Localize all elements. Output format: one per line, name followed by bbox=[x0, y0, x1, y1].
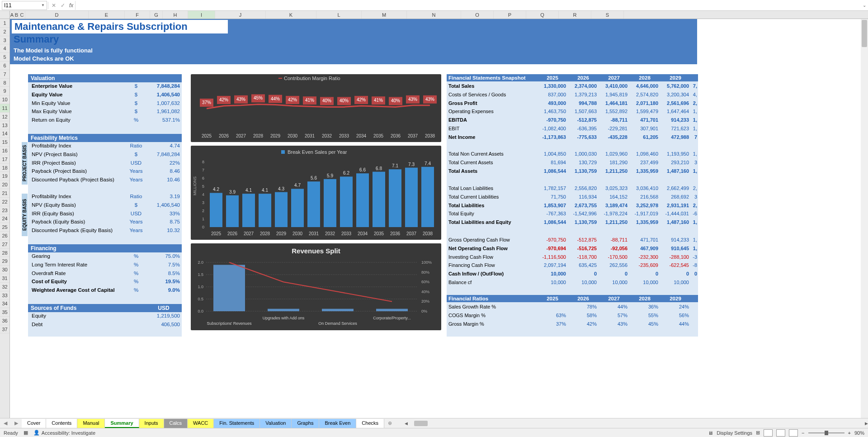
fin-value: 44% bbox=[658, 321, 689, 327]
column-header-O[interactable]: O bbox=[461, 11, 494, 19]
accessibility-icon[interactable]: 👤 bbox=[33, 430, 40, 436]
vertical-scrollbar[interactable] bbox=[861, 19, 868, 418]
column-header-C[interactable]: C bbox=[19, 11, 25, 19]
row-header-4[interactable]: 4 bbox=[0, 44, 9, 53]
row-header-24[interactable]: 24 bbox=[0, 214, 9, 223]
horizontal-scrollbar-thumb[interactable] bbox=[414, 421, 428, 426]
new-sheet-button[interactable]: ⊕ bbox=[384, 420, 396, 426]
row-header-32[interactable]: 32 bbox=[0, 283, 9, 291]
zoom-level[interactable]: 90% bbox=[854, 430, 864, 436]
zoom-in-button[interactable]: + bbox=[848, 430, 851, 436]
select-all-triangle[interactable] bbox=[0, 11, 10, 19]
name-box[interactable]: I11 ▼ bbox=[2, 1, 47, 10]
horizontal-scrollbar[interactable]: ◀ ▶ bbox=[405, 420, 868, 427]
spreadsheet-grid[interactable]: Maintenance & Repairs Subscription Summa… bbox=[10, 19, 868, 418]
row-header-25[interactable]: 25 bbox=[0, 223, 9, 232]
formula-input[interactable] bbox=[75, 1, 863, 10]
row-header-17[interactable]: 17 bbox=[0, 155, 9, 164]
row-header-14[interactable]: 14 bbox=[0, 129, 9, 138]
row-header-11[interactable]: 11 bbox=[0, 104, 9, 113]
column-header-H[interactable]: H bbox=[163, 11, 188, 19]
row-header-16[interactable]: 16 bbox=[0, 147, 9, 155]
row-header-29[interactable]: 29 bbox=[0, 257, 9, 266]
sheet-tab-cover[interactable]: Cover bbox=[22, 419, 46, 428]
row-header-1[interactable]: 1 bbox=[0, 19, 9, 28]
row-header-26[interactable]: 26 bbox=[0, 232, 9, 240]
column-header-N[interactable]: N bbox=[407, 11, 461, 19]
row-header-19[interactable]: 19 bbox=[0, 172, 9, 180]
zoom-slider[interactable] bbox=[808, 432, 844, 433]
column-header-E[interactable]: E bbox=[89, 11, 125, 19]
column-header-R[interactable]: R bbox=[559, 11, 591, 19]
display-settings-icon[interactable]: 🖥 bbox=[708, 430, 713, 436]
sheet-tab-break-even[interactable]: Break Even bbox=[319, 419, 356, 428]
tab-nav-next-icon[interactable]: ▶ bbox=[11, 420, 22, 426]
row-header-20[interactable]: 20 bbox=[0, 180, 9, 189]
page-break-view-button[interactable] bbox=[789, 429, 798, 437]
column-header-P[interactable]: P bbox=[494, 11, 526, 19]
macro-icon[interactable]: ▦ bbox=[24, 430, 28, 436]
row-value: 7,848,284 bbox=[147, 83, 180, 89]
tab-nav-prev-icon[interactable]: ◀ bbox=[0, 420, 11, 426]
page-layout-view-button[interactable] bbox=[776, 429, 785, 437]
sheet-tab-wacc[interactable]: WACC bbox=[188, 419, 214, 428]
name-box-dropdown-icon[interactable]: ▼ bbox=[41, 3, 45, 7]
column-header-K[interactable]: K bbox=[266, 11, 316, 19]
column-header-M[interactable]: M bbox=[362, 11, 407, 19]
column-header-D[interactable]: D bbox=[25, 11, 89, 19]
row-header-37[interactable]: 37 bbox=[0, 325, 9, 334]
confirm-formula-icon[interactable]: ✓ bbox=[58, 2, 67, 9]
row-header-34[interactable]: 34 bbox=[0, 299, 9, 308]
expand-formula-bar-icon[interactable]: ⌄ bbox=[863, 3, 866, 8]
row-header-35[interactable]: 35 bbox=[0, 308, 9, 317]
row-header-23[interactable]: 23 bbox=[0, 206, 9, 215]
row-header-31[interactable]: 31 bbox=[0, 274, 9, 283]
column-header-B[interactable]: B bbox=[14, 11, 19, 19]
column-header-J[interactable]: J bbox=[215, 11, 266, 19]
row-header-13[interactable]: 13 bbox=[0, 121, 9, 130]
row-header-8[interactable]: 8 bbox=[0, 79, 9, 87]
column-header-A[interactable]: A bbox=[10, 11, 14, 19]
fx-icon[interactable]: fx bbox=[69, 2, 73, 9]
row-header-22[interactable]: 22 bbox=[0, 198, 9, 206]
display-settings-label[interactable]: Display Settings bbox=[717, 430, 752, 436]
row-header-28[interactable]: 28 bbox=[0, 249, 9, 257]
column-header-F[interactable]: F bbox=[125, 11, 150, 19]
row-header-5[interactable]: 5 bbox=[0, 53, 9, 62]
row-header-27[interactable]: 27 bbox=[0, 240, 9, 249]
row-header-36[interactable]: 36 bbox=[0, 317, 9, 325]
row-header-6[interactable]: 6 bbox=[0, 62, 9, 70]
row-header-7[interactable]: 7 bbox=[0, 70, 9, 79]
row-header-21[interactable]: 21 bbox=[0, 189, 9, 198]
sheet-tab-manual[interactable]: Manual bbox=[77, 419, 105, 428]
sheet-tab-graphs[interactable]: Graphs bbox=[292, 419, 319, 428]
zoom-out-button[interactable]: − bbox=[802, 430, 804, 436]
vertical-scrollbar-thumb[interactable] bbox=[862, 20, 867, 47]
normal-view-button[interactable] bbox=[764, 429, 773, 437]
cancel-formula-icon[interactable]: ✕ bbox=[49, 2, 58, 9]
column-header-G[interactable]: G bbox=[150, 11, 163, 19]
row-unit: $ bbox=[125, 202, 147, 208]
shortcuts-icon[interactable]: ⊞ bbox=[756, 430, 760, 436]
row-header-10[interactable]: 10 bbox=[0, 95, 9, 104]
column-header-L[interactable]: L bbox=[316, 11, 362, 19]
row-header-9[interactable]: 9 bbox=[0, 87, 9, 95]
row-header-12[interactable]: 12 bbox=[0, 113, 9, 121]
svg-text:40%: 40% bbox=[391, 98, 400, 103]
sheet-tab-fin-statements[interactable]: Fin. Statements bbox=[214, 419, 260, 428]
sheet-tab-valuation[interactable]: Valuation bbox=[260, 419, 292, 428]
row-header-18[interactable]: 18 bbox=[0, 164, 9, 172]
row-header-33[interactable]: 33 bbox=[0, 291, 9, 300]
sheet-tab-contents[interactable]: Contents bbox=[46, 419, 77, 428]
row-header-15[interactable]: 15 bbox=[0, 138, 9, 147]
sheet-tab-calcs[interactable]: Calcs bbox=[164, 419, 188, 428]
sheet-tab-inputs[interactable]: Inputs bbox=[139, 419, 164, 428]
column-header-Q[interactable]: Q bbox=[526, 11, 559, 19]
row-header-2[interactable]: 2 bbox=[0, 28, 9, 36]
sheet-tab-summary[interactable]: Summary bbox=[105, 419, 139, 428]
column-header-I[interactable]: I bbox=[188, 11, 215, 19]
column-header-S[interactable]: S bbox=[591, 11, 624, 19]
row-header-3[interactable]: 3 bbox=[0, 36, 9, 45]
row-header-30[interactable]: 30 bbox=[0, 266, 9, 274]
sheet-tab-checks[interactable]: Checks bbox=[356, 419, 384, 428]
